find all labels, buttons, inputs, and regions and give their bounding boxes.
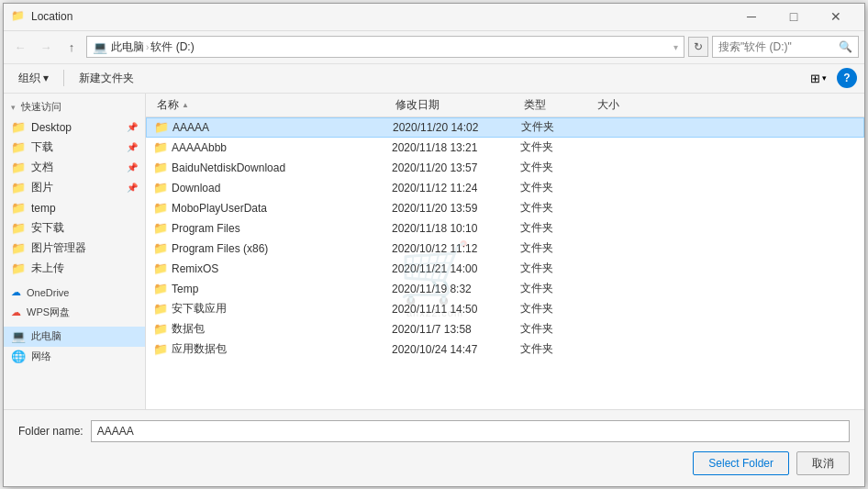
file-row[interactable]: 📁 Program Files 2020/11/18 10:10 文件夹 [146, 218, 864, 239]
file-type: 文件夹 [520, 301, 594, 317]
col-header-date[interactable]: 修改日期 [392, 94, 520, 117]
andown-folder-icon: 📁 [11, 221, 26, 236]
sidebar-item-pictures[interactable]: 📁 图片 📌 [4, 178, 145, 198]
onedrive-label: OneDrive [27, 287, 69, 298]
sidebar-item-andown[interactable]: 📁 安下载 [4, 218, 145, 239]
up-button[interactable]: ↑ [61, 36, 83, 58]
title-controls: ─ □ ✕ [730, 3, 857, 30]
refresh-button[interactable]: ↻ [688, 37, 708, 57]
forward-button[interactable]: → [35, 36, 57, 58]
file-row[interactable]: 📁 RemixOS 2020/11/21 14:00 文件夹 [146, 259, 864, 279]
sidebar-item-desktop[interactable]: 📁 Desktop 📌 [4, 117, 145, 138]
file-type: 文件夹 [520, 281, 594, 296]
file-row[interactable]: 📁 应用数据包 2020/10/24 14:47 文件夹 [146, 339, 864, 360]
action-bar: 组织 ▾ 新建文件夹 ⊞ ▾ ? [4, 64, 864, 94]
file-folder-icon: 📁 [153, 140, 168, 154]
file-folder-icon: 📁 [153, 282, 168, 295]
file-date: 2020/11/7 13:58 [392, 323, 520, 336]
file-row[interactable]: 📁 Temp 2020/11/19 8:32 文件夹 [146, 279, 864, 299]
file-name: AAAAAbbb [172, 141, 227, 154]
breadcrumb-sep-1: › [146, 42, 149, 52]
file-row[interactable]: 📁 MoboPlayUserData 2020/11/20 13:59 文件夹 [146, 198, 864, 218]
folder-name-input[interactable] [91, 420, 850, 442]
col-header-type[interactable]: 类型 [520, 94, 594, 117]
network-label: 网络 [31, 350, 51, 363]
organize-button[interactable]: 组织 ▾ [11, 67, 56, 89]
file-type: 文件夹 [520, 139, 594, 155]
new-folder-button[interactable]: 新建文件夹 [72, 67, 141, 89]
close-button[interactable]: ✕ [815, 3, 857, 30]
file-row[interactable]: 📁 Program Files (x86) 2020/10/12 11:12 文… [146, 239, 864, 259]
search-input[interactable] [718, 40, 835, 53]
sidebar-item-temp[interactable]: 📁 temp [4, 198, 145, 218]
sidebar-label-temp: temp [31, 202, 56, 215]
search-box: 🔍 [712, 36, 859, 58]
desktop-folder-icon: 📁 [11, 120, 26, 135]
address-folder-icon: 💻 [93, 39, 107, 54]
file-folder-icon: 📁 [153, 241, 168, 255]
breadcrumb-thispc[interactable]: 此电脑 [111, 39, 144, 55]
maximize-button[interactable]: □ [773, 3, 815, 30]
quick-access-section: ▾ 快速访问 📁 Desktop 📌 📁 下载 📌 📁 文档 📌 [4, 97, 145, 279]
file-row[interactable]: 📁 AAAAA 2020/11/20 14:02 文件夹 [146, 117, 864, 138]
button-row: Select Folder 取消 [18, 451, 850, 475]
dialog-window: 📁 Location ─ □ ✕ ← → ↑ 💻 此电脑 › 软件 (D:) ▾… [3, 3, 865, 487]
sidebar-label-downloads: 下载 [31, 139, 53, 155]
file-folder-icon: 📁 [153, 322, 168, 336]
breadcrumb-drive[interactable]: 软件 (D:) [150, 39, 194, 55]
sidebar-item-wps[interactable]: ☁ WPS网盘 [4, 303, 145, 323]
thispc-label: 此电脑 [31, 329, 61, 343]
sort-arrow-name: ▲ [182, 101, 189, 109]
file-date: 2020/11/19 8:32 [392, 283, 520, 295]
address-bar: 💻 此电脑 › 软件 (D:) ▾ [86, 36, 684, 58]
file-name: Program Files (x86) [172, 242, 268, 255]
file-row[interactable]: 📁 BaiduNetdiskDownload 2020/11/20 13:57 … [146, 158, 864, 178]
main-area: ▾ 快速访问 📁 Desktop 📌 📁 下载 📌 📁 文档 📌 [4, 94, 864, 409]
sidebar: ▾ 快速访问 📁 Desktop 📌 📁 下载 📌 📁 文档 📌 [4, 94, 146, 409]
sidebar-item-onedrive[interactable]: ☁ OneDrive [4, 283, 145, 303]
sidebar-item-downloads[interactable]: 📁 下载 📌 [4, 138, 145, 158]
breadcrumb: 此电脑 › 软件 (D:) [111, 39, 670, 55]
file-type: 文件夹 [520, 341, 594, 357]
sidebar-label-documents: 文档 [31, 160, 53, 175]
bottom-area: Folder name: Select Folder 取消 [4, 409, 864, 486]
col-header-size[interactable]: 大小 [594, 94, 649, 117]
quick-access-header[interactable]: ▾ 快速访问 [4, 97, 145, 117]
sidebar-label-pictures: 图片 [31, 180, 53, 195]
file-folder-icon: 📁 [153, 161, 168, 174]
file-name: RemixOS [172, 262, 218, 275]
sidebar-item-network[interactable]: 🌐 网络 [4, 347, 145, 367]
col-header-name[interactable]: 名称 ▲ [153, 94, 392, 117]
file-folder-icon: 📁 [153, 181, 168, 194]
file-row[interactable]: 📁 安下载应用 2020/11/11 14:50 文件夹 [146, 299, 864, 319]
help-button[interactable]: ? [837, 68, 857, 88]
select-folder-button[interactable]: Select Folder [693, 451, 789, 475]
file-type: 文件夹 [520, 160, 594, 175]
view-grid-icon: ⊞ [810, 72, 820, 85]
sidebar-item-thispc[interactable]: 💻 此电脑 [4, 327, 145, 347]
sidebar-item-documents[interactable]: 📁 文档 📌 [4, 158, 145, 178]
file-row[interactable]: 📁 Download 2020/11/12 11:24 文件夹 [146, 178, 864, 198]
file-name: 安下载应用 [172, 301, 227, 317]
cancel-button[interactable]: 取消 [796, 451, 850, 475]
back-button[interactable]: ← [9, 36, 31, 58]
temp-folder-icon: 📁 [11, 201, 26, 216]
file-date: 2020/11/18 10:10 [392, 222, 520, 235]
sidebar-item-imgmgr[interactable]: 📁 图片管理器 [4, 239, 145, 259]
file-date: 2020/10/12 11:12 [392, 242, 520, 255]
file-row[interactable]: 📁 AAAAAbbb 2020/11/18 13:21 文件夹 [146, 138, 864, 158]
file-name: Program Files [172, 222, 240, 235]
minimize-button[interactable]: ─ [730, 3, 773, 30]
pin-icon-documents: 📌 [127, 162, 138, 172]
col-name-label: 名称 [157, 97, 179, 113]
view-chevron-icon: ▾ [822, 73, 827, 83]
file-folder-icon: 📁 [154, 120, 169, 134]
file-date: 2020/11/11 14:50 [392, 303, 520, 316]
search-icon: 🔍 [839, 40, 852, 53]
sidebar-label-imgmgr: 图片管理器 [31, 240, 86, 256]
file-type: 文件夹 [520, 220, 594, 236]
file-row[interactable]: 📁 数据包 2020/11/7 13:58 文件夹 [146, 319, 864, 339]
address-dropdown-icon[interactable]: ▾ [673, 42, 678, 52]
view-button[interactable]: ⊞ ▾ [804, 67, 833, 89]
sidebar-item-notuploaded[interactable]: 📁 未上传 [4, 259, 145, 279]
